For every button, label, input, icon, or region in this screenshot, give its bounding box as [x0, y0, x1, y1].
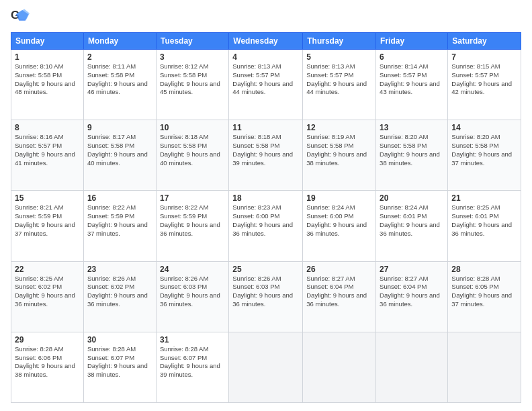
day-info: Sunrise: 8:20 AM Sunset: 5:58 PM Dayligh…: [451, 133, 517, 167]
day-info: Sunrise: 8:26 AM Sunset: 6:03 PM Dayligh…: [232, 275, 299, 309]
day-info: Sunrise: 8:18 AM Sunset: 5:58 PM Dayligh…: [160, 133, 225, 167]
calendar-cell: 23 Sunrise: 8:26 AM Sunset: 6:02 PM Dayl…: [83, 261, 156, 332]
weekday-friday: Friday: [376, 33, 448, 50]
weekday-saturday: Saturday: [448, 33, 521, 50]
day-info: Sunrise: 8:13 AM Sunset: 5:57 PM Dayligh…: [232, 62, 299, 97]
week-row-4: 22 Sunrise: 8:25 AM Sunset: 6:02 PM Dayl…: [11, 261, 521, 332]
weekday-monday: Monday: [83, 33, 156, 50]
week-row-3: 15 Sunrise: 8:21 AM Sunset: 5:59 PM Dayl…: [11, 191, 521, 261]
day-info: Sunrise: 8:26 AM Sunset: 6:03 PM Dayligh…: [160, 275, 225, 309]
day-info: Sunrise: 8:12 AM Sunset: 5:58 PM Dayligh…: [160, 62, 225, 97]
calendar-cell: 20 Sunrise: 8:24 AM Sunset: 6:01 PM Dayl…: [376, 191, 448, 261]
weekday-wednesday: Wednesday: [229, 33, 303, 50]
day-number: 6: [380, 52, 444, 62]
day-number: 9: [87, 123, 152, 132]
day-number: 5: [306, 52, 372, 62]
calendar-cell: 13 Sunrise: 8:20 AM Sunset: 5:58 PM Dayl…: [376, 120, 448, 191]
weekday-sunday: Sunday: [11, 33, 84, 50]
calendar-cell: 21 Sunrise: 8:25 AM Sunset: 6:01 PM Dayl…: [448, 191, 521, 261]
day-number: 23: [87, 265, 152, 274]
logo-icon: G: [11, 8, 30, 27]
weekday-tuesday: Tuesday: [156, 33, 228, 50]
day-number: 20: [380, 193, 444, 203]
day-info: Sunrise: 8:13 AM Sunset: 5:57 PM Dayligh…: [306, 62, 372, 97]
day-info: Sunrise: 8:15 AM Sunset: 5:57 PM Dayligh…: [451, 62, 517, 97]
day-number: 27: [380, 265, 444, 274]
calendar-cell: 17 Sunrise: 8:22 AM Sunset: 5:59 PM Dayl…: [156, 191, 228, 261]
day-info: Sunrise: 8:22 AM Sunset: 5:59 PM Dayligh…: [160, 203, 225, 238]
calendar-cell: [376, 332, 448, 402]
day-info: Sunrise: 8:20 AM Sunset: 5:58 PM Dayligh…: [380, 133, 444, 167]
calendar-cell: 3 Sunrise: 8:12 AM Sunset: 5:58 PM Dayli…: [156, 50, 228, 120]
calendar-cell: 1 Sunrise: 8:10 AM Sunset: 5:58 PM Dayli…: [11, 50, 84, 120]
day-number: 17: [160, 193, 225, 203]
day-number: 21: [451, 193, 517, 203]
calendar-cell: 4 Sunrise: 8:13 AM Sunset: 5:57 PM Dayli…: [229, 50, 303, 120]
day-number: 8: [15, 123, 80, 132]
calendar-cell: 22 Sunrise: 8:25 AM Sunset: 6:02 PM Dayl…: [11, 261, 84, 332]
day-number: 13: [380, 123, 444, 132]
day-number: 31: [160, 335, 225, 345]
day-info: Sunrise: 8:28 AM Sunset: 6:06 PM Dayligh…: [15, 345, 80, 379]
week-row-2: 8 Sunrise: 8:16 AM Sunset: 5:57 PM Dayli…: [11, 120, 521, 191]
week-row-5: 29 Sunrise: 8:28 AM Sunset: 6:06 PM Dayl…: [11, 332, 521, 402]
day-info: Sunrise: 8:25 AM Sunset: 6:02 PM Dayligh…: [15, 275, 80, 309]
day-number: 1: [15, 52, 80, 62]
calendar-cell: 12 Sunrise: 8:19 AM Sunset: 5:58 PM Dayl…: [303, 120, 376, 191]
day-info: Sunrise: 8:28 AM Sunset: 6:07 PM Dayligh…: [87, 345, 152, 379]
calendar-cell: 15 Sunrise: 8:21 AM Sunset: 5:59 PM Dayl…: [11, 191, 84, 261]
day-number: 29: [15, 335, 80, 345]
calendar-cell: 25 Sunrise: 8:26 AM Sunset: 6:03 PM Dayl…: [229, 261, 303, 332]
day-number: 28: [451, 265, 517, 274]
day-number: 22: [15, 265, 80, 274]
day-info: Sunrise: 8:26 AM Sunset: 6:02 PM Dayligh…: [87, 275, 152, 309]
day-info: Sunrise: 8:24 AM Sunset: 6:00 PM Dayligh…: [306, 203, 372, 238]
logo: G: [11, 8, 31, 27]
day-number: 3: [160, 52, 225, 62]
calendar-cell: 24 Sunrise: 8:26 AM Sunset: 6:03 PM Dayl…: [156, 261, 228, 332]
day-number: 15: [15, 193, 80, 203]
calendar-cell: 30 Sunrise: 8:28 AM Sunset: 6:07 PM Dayl…: [83, 332, 156, 402]
calendar-cell: 29 Sunrise: 8:28 AM Sunset: 6:06 PM Dayl…: [11, 332, 84, 402]
day-number: 24: [160, 265, 225, 274]
calendar-cell: [303, 332, 376, 402]
calendar-cell: 27 Sunrise: 8:27 AM Sunset: 6:04 PM Dayl…: [376, 261, 448, 332]
calendar-cell: 6 Sunrise: 8:14 AM Sunset: 5:57 PM Dayli…: [376, 50, 448, 120]
calendar-cell: 19 Sunrise: 8:24 AM Sunset: 6:00 PM Dayl…: [303, 191, 376, 261]
day-number: 7: [451, 52, 517, 62]
calendar-table: SundayMondayTuesdayWednesdayThursdayFrid…: [11, 32, 521, 403]
day-info: Sunrise: 8:25 AM Sunset: 6:01 PM Dayligh…: [451, 203, 517, 238]
day-number: 2: [87, 52, 152, 62]
calendar-cell: 16 Sunrise: 8:22 AM Sunset: 5:59 PM Dayl…: [83, 191, 156, 261]
day-number: 4: [232, 52, 299, 62]
header: G: [11, 8, 521, 27]
weekday-thursday: Thursday: [303, 33, 376, 50]
calendar-cell: 18 Sunrise: 8:23 AM Sunset: 6:00 PM Dayl…: [229, 191, 303, 261]
day-number: 12: [306, 123, 372, 132]
calendar-cell: 26 Sunrise: 8:27 AM Sunset: 6:04 PM Dayl…: [303, 261, 376, 332]
day-info: Sunrise: 8:24 AM Sunset: 6:01 PM Dayligh…: [380, 203, 444, 238]
page: G SundayMondayTuesdayWednesdayThursdayFr…: [0, 0, 532, 411]
day-info: Sunrise: 8:11 AM Sunset: 5:58 PM Dayligh…: [87, 62, 152, 97]
day-number: 14: [451, 123, 517, 132]
calendar-cell: [229, 332, 303, 402]
calendar-cell: 28 Sunrise: 8:28 AM Sunset: 6:05 PM Dayl…: [448, 261, 521, 332]
day-number: 10: [160, 123, 225, 132]
day-info: Sunrise: 8:27 AM Sunset: 6:04 PM Dayligh…: [380, 275, 444, 309]
calendar-cell: 14 Sunrise: 8:20 AM Sunset: 5:58 PM Dayl…: [448, 120, 521, 191]
day-info: Sunrise: 8:18 AM Sunset: 5:58 PM Dayligh…: [232, 133, 299, 167]
calendar-cell: 9 Sunrise: 8:17 AM Sunset: 5:58 PM Dayli…: [83, 120, 156, 191]
calendar-cell: 7 Sunrise: 8:15 AM Sunset: 5:57 PM Dayli…: [448, 50, 521, 120]
calendar-cell: 5 Sunrise: 8:13 AM Sunset: 5:57 PM Dayli…: [303, 50, 376, 120]
day-number: 16: [87, 193, 152, 203]
day-info: Sunrise: 8:28 AM Sunset: 6:05 PM Dayligh…: [451, 275, 517, 309]
calendar-cell: 2 Sunrise: 8:11 AM Sunset: 5:58 PM Dayli…: [83, 50, 156, 120]
day-number: 18: [232, 193, 299, 203]
day-info: Sunrise: 8:10 AM Sunset: 5:58 PM Dayligh…: [15, 62, 80, 97]
day-info: Sunrise: 8:14 AM Sunset: 5:57 PM Dayligh…: [380, 62, 444, 97]
day-info: Sunrise: 8:22 AM Sunset: 5:59 PM Dayligh…: [87, 203, 152, 238]
calendar-cell: 8 Sunrise: 8:16 AM Sunset: 5:57 PM Dayli…: [11, 120, 84, 191]
calendar-cell: [448, 332, 521, 402]
day-number: 25: [232, 265, 299, 274]
day-info: Sunrise: 8:16 AM Sunset: 5:57 PM Dayligh…: [15, 133, 80, 167]
